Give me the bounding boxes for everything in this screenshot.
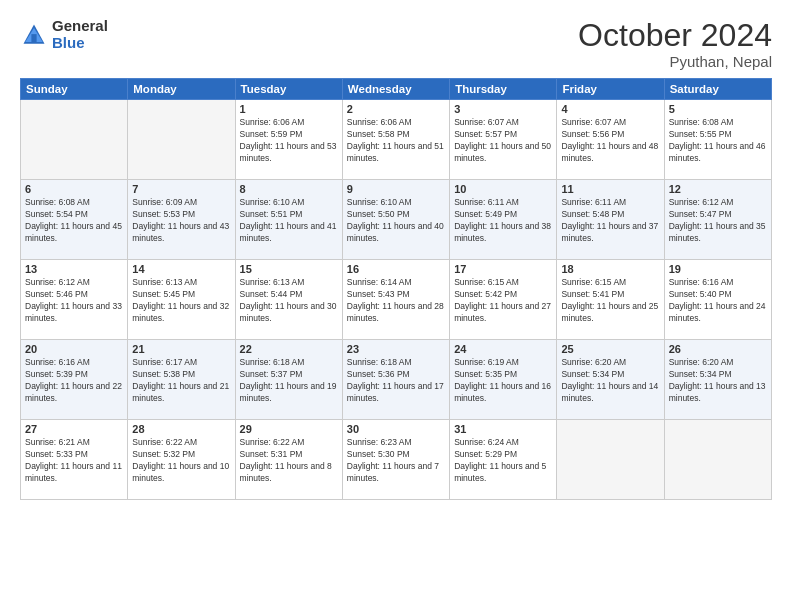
day-number: 29 [240,423,338,435]
day-info: Sunrise: 6:13 AM Sunset: 5:44 PM Dayligh… [240,277,338,325]
calendar-cell: 12Sunrise: 6:12 AM Sunset: 5:47 PM Dayli… [664,180,771,260]
day-number: 25 [561,343,659,355]
day-number: 3 [454,103,552,115]
day-number: 24 [454,343,552,355]
day-info: Sunrise: 6:08 AM Sunset: 5:54 PM Dayligh… [25,197,123,245]
calendar-cell: 18Sunrise: 6:15 AM Sunset: 5:41 PM Dayli… [557,260,664,340]
calendar-cell: 28Sunrise: 6:22 AM Sunset: 5:32 PM Dayli… [128,420,235,500]
day-number: 19 [669,263,767,275]
header-sunday: Sunday [21,79,128,100]
day-number: 23 [347,343,445,355]
day-info: Sunrise: 6:18 AM Sunset: 5:37 PM Dayligh… [240,357,338,405]
calendar-cell [21,100,128,180]
day-number: 21 [132,343,230,355]
day-number: 9 [347,183,445,195]
day-number: 18 [561,263,659,275]
day-info: Sunrise: 6:12 AM Sunset: 5:46 PM Dayligh… [25,277,123,325]
day-number: 27 [25,423,123,435]
day-number: 28 [132,423,230,435]
calendar-week-row: 27Sunrise: 6:21 AM Sunset: 5:33 PM Dayli… [21,420,772,500]
calendar-cell: 5Sunrise: 6:08 AM Sunset: 5:55 PM Daylig… [664,100,771,180]
calendar-cell: 21Sunrise: 6:17 AM Sunset: 5:38 PM Dayli… [128,340,235,420]
logo-blue-text: Blue [52,35,108,52]
calendar-cell [557,420,664,500]
day-info: Sunrise: 6:08 AM Sunset: 5:55 PM Dayligh… [669,117,767,165]
calendar-table: Sunday Monday Tuesday Wednesday Thursday… [20,78,772,500]
calendar-cell [128,100,235,180]
calendar-cell [664,420,771,500]
calendar-cell: 30Sunrise: 6:23 AM Sunset: 5:30 PM Dayli… [342,420,449,500]
calendar-cell: 9Sunrise: 6:10 AM Sunset: 5:50 PM Daylig… [342,180,449,260]
logo-icon [20,21,48,49]
calendar-cell: 29Sunrise: 6:22 AM Sunset: 5:31 PM Dayli… [235,420,342,500]
day-info: Sunrise: 6:13 AM Sunset: 5:45 PM Dayligh… [132,277,230,325]
day-info: Sunrise: 6:14 AM Sunset: 5:43 PM Dayligh… [347,277,445,325]
header-thursday: Thursday [450,79,557,100]
day-info: Sunrise: 6:10 AM Sunset: 5:50 PM Dayligh… [347,197,445,245]
calendar-cell: 17Sunrise: 6:15 AM Sunset: 5:42 PM Dayli… [450,260,557,340]
day-info: Sunrise: 6:20 AM Sunset: 5:34 PM Dayligh… [561,357,659,405]
day-number: 12 [669,183,767,195]
calendar-cell: 26Sunrise: 6:20 AM Sunset: 5:34 PM Dayli… [664,340,771,420]
header-wednesday: Wednesday [342,79,449,100]
header-tuesday: Tuesday [235,79,342,100]
header-saturday: Saturday [664,79,771,100]
day-info: Sunrise: 6:07 AM Sunset: 5:57 PM Dayligh… [454,117,552,165]
logo: General Blue [20,18,108,51]
day-number: 8 [240,183,338,195]
day-info: Sunrise: 6:23 AM Sunset: 5:30 PM Dayligh… [347,437,445,485]
day-info: Sunrise: 6:19 AM Sunset: 5:35 PM Dayligh… [454,357,552,405]
header-monday: Monday [128,79,235,100]
calendar-cell: 27Sunrise: 6:21 AM Sunset: 5:33 PM Dayli… [21,420,128,500]
calendar-week-row: 13Sunrise: 6:12 AM Sunset: 5:46 PM Dayli… [21,260,772,340]
day-info: Sunrise: 6:16 AM Sunset: 5:39 PM Dayligh… [25,357,123,405]
day-info: Sunrise: 6:24 AM Sunset: 5:29 PM Dayligh… [454,437,552,485]
day-info: Sunrise: 6:15 AM Sunset: 5:42 PM Dayligh… [454,277,552,325]
day-number: 7 [132,183,230,195]
page-header: General Blue October 2024 Pyuthan, Nepal [20,18,772,70]
weekday-header-row: Sunday Monday Tuesday Wednesday Thursday… [21,79,772,100]
calendar-cell: 15Sunrise: 6:13 AM Sunset: 5:44 PM Dayli… [235,260,342,340]
day-number: 2 [347,103,445,115]
day-number: 13 [25,263,123,275]
day-number: 31 [454,423,552,435]
day-number: 22 [240,343,338,355]
calendar-cell: 4Sunrise: 6:07 AM Sunset: 5:56 PM Daylig… [557,100,664,180]
day-number: 10 [454,183,552,195]
calendar-cell: 20Sunrise: 6:16 AM Sunset: 5:39 PM Dayli… [21,340,128,420]
svg-rect-2 [31,34,36,42]
calendar-cell: 1Sunrise: 6:06 AM Sunset: 5:59 PM Daylig… [235,100,342,180]
day-info: Sunrise: 6:22 AM Sunset: 5:31 PM Dayligh… [240,437,338,485]
logo-general-text: General [52,18,108,35]
day-number: 4 [561,103,659,115]
day-number: 15 [240,263,338,275]
day-info: Sunrise: 6:12 AM Sunset: 5:47 PM Dayligh… [669,197,767,245]
calendar-cell: 10Sunrise: 6:11 AM Sunset: 5:49 PM Dayli… [450,180,557,260]
day-number: 30 [347,423,445,435]
day-info: Sunrise: 6:18 AM Sunset: 5:36 PM Dayligh… [347,357,445,405]
calendar-cell: 14Sunrise: 6:13 AM Sunset: 5:45 PM Dayli… [128,260,235,340]
calendar-cell: 3Sunrise: 6:07 AM Sunset: 5:57 PM Daylig… [450,100,557,180]
calendar-week-row: 6Sunrise: 6:08 AM Sunset: 5:54 PM Daylig… [21,180,772,260]
day-info: Sunrise: 6:22 AM Sunset: 5:32 PM Dayligh… [132,437,230,485]
calendar-cell: 25Sunrise: 6:20 AM Sunset: 5:34 PM Dayli… [557,340,664,420]
calendar-cell: 2Sunrise: 6:06 AM Sunset: 5:58 PM Daylig… [342,100,449,180]
day-info: Sunrise: 6:11 AM Sunset: 5:48 PM Dayligh… [561,197,659,245]
calendar-cell: 23Sunrise: 6:18 AM Sunset: 5:36 PM Dayli… [342,340,449,420]
day-info: Sunrise: 6:11 AM Sunset: 5:49 PM Dayligh… [454,197,552,245]
day-number: 6 [25,183,123,195]
calendar-cell: 7Sunrise: 6:09 AM Sunset: 5:53 PM Daylig… [128,180,235,260]
day-info: Sunrise: 6:20 AM Sunset: 5:34 PM Dayligh… [669,357,767,405]
day-info: Sunrise: 6:17 AM Sunset: 5:38 PM Dayligh… [132,357,230,405]
calendar-cell: 11Sunrise: 6:11 AM Sunset: 5:48 PM Dayli… [557,180,664,260]
calendar-cell: 6Sunrise: 6:08 AM Sunset: 5:54 PM Daylig… [21,180,128,260]
day-number: 26 [669,343,767,355]
day-info: Sunrise: 6:09 AM Sunset: 5:53 PM Dayligh… [132,197,230,245]
day-info: Sunrise: 6:06 AM Sunset: 5:59 PM Dayligh… [240,117,338,165]
calendar-cell: 8Sunrise: 6:10 AM Sunset: 5:51 PM Daylig… [235,180,342,260]
day-info: Sunrise: 6:07 AM Sunset: 5:56 PM Dayligh… [561,117,659,165]
day-number: 20 [25,343,123,355]
day-info: Sunrise: 6:06 AM Sunset: 5:58 PM Dayligh… [347,117,445,165]
day-info: Sunrise: 6:16 AM Sunset: 5:40 PM Dayligh… [669,277,767,325]
calendar-cell: 13Sunrise: 6:12 AM Sunset: 5:46 PM Dayli… [21,260,128,340]
